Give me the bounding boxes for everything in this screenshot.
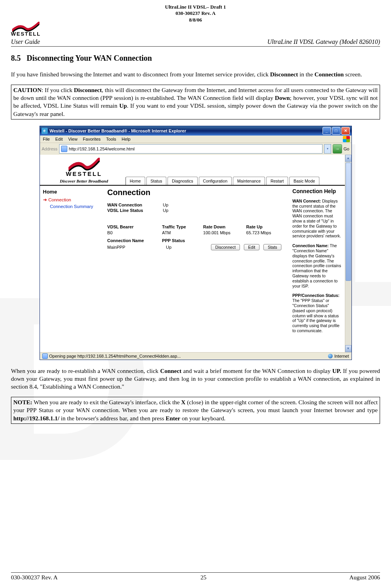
go-label: Go — [344, 147, 350, 151]
side-nav: Home ➔ Connection Connection Summary — [40, 186, 105, 340]
td-traffic: ATM — [162, 230, 203, 235]
footer-right: August 2006 — [349, 574, 380, 581]
kv-wan-label: WAN Connection — [107, 203, 154, 207]
windows-flag-icon — [343, 136, 350, 142]
address-label: Address — [42, 147, 58, 151]
tab-diagnostics[interactable]: Diagnostics — [168, 177, 197, 185]
th-conn-name: Connection Name — [107, 238, 162, 243]
address-input[interactable]: http://192.168.1.254/welcome.html — [59, 144, 323, 154]
scroll-up-button[interactable]: ▲ — [345, 155, 351, 162]
panel-title: Connection — [107, 188, 285, 197]
user-guide-label: User Guide — [11, 38, 40, 45]
model-label: UltraLine II VDSL Gateway (Model 826010) — [267, 38, 380, 45]
tab-basic-mode[interactable]: Basic Mode — [289, 177, 319, 185]
window-title: Westell - Discover Better Broadband® - M… — [50, 128, 186, 133]
doc-header: UltraLine II VDSL– Draft 1 030-300237 Re… — [11, 4, 380, 23]
menubar: File Edit View Favorites Tools Help — [40, 136, 351, 143]
td-bearer: B0 — [107, 230, 162, 235]
reconnect-paragraph: When you are ready to re-establish a WAN… — [11, 367, 380, 391]
edit-button[interactable]: Edit — [244, 244, 259, 250]
zone-label: Internet — [334, 354, 349, 358]
browser-window: e Westell - Discover Better Broadband® -… — [40, 126, 352, 360]
sidenav-heading: Home — [43, 189, 101, 195]
tab-restart[interactable]: Restart — [266, 177, 288, 185]
main-panel: Connection WAN ConnectionUp VDSL Line St… — [104, 186, 288, 340]
arrow-right-icon: ➔ — [43, 197, 47, 203]
help-panel: Connection Help WAN Connect: Displays th… — [288, 186, 344, 340]
banner-logo: WESTELL — [43, 157, 125, 177]
note-box: NOTE: When you are ready to exit the Gat… — [11, 397, 380, 424]
address-value: http://192.168.1.254/welcome.html — [69, 147, 135, 151]
stats-button[interactable]: Stats — [263, 244, 281, 250]
footer-left: 030-300237 Rev. A — [11, 574, 58, 581]
tab-home[interactable]: Home — [126, 177, 145, 185]
footer-page: 25 — [200, 574, 206, 581]
td-rate-down: 100.001 Mbps — [203, 230, 246, 235]
menu-edit[interactable]: Edit — [55, 137, 63, 141]
close-button[interactable]: ✕ — [341, 127, 350, 135]
th-traffic: Traffic Type — [162, 224, 203, 229]
tab-maintenance[interactable]: Maintenance — [233, 177, 265, 185]
disconnect-button[interactable]: Disconnect — [211, 244, 240, 250]
sidenav-current[interactable]: ➔ Connection — [43, 197, 101, 203]
th-rate-down: Rate Down — [203, 224, 246, 229]
vertical-scrollbar[interactable]: ▲ ▼ — [345, 155, 351, 352]
tab-status[interactable]: Status — [146, 177, 167, 185]
kv-vdsl-value: Up — [163, 208, 168, 213]
header-line2: 030-300237 Rev. A — [11, 10, 380, 16]
tagline: Discover Better Broadband — [43, 177, 126, 185]
td-conn-name: MainPPP — [107, 245, 162, 250]
th-bearer: VDSL Bearer — [107, 224, 162, 229]
kv-wan-value: Up — [163, 203, 168, 207]
sidenav-sub[interactable]: Connection Summary — [50, 204, 101, 209]
td-rate-up: 65.723 Mbps — [246, 230, 285, 235]
menu-view[interactable]: View — [68, 137, 77, 141]
swoosh-icon — [68, 157, 100, 172]
status-text: Opening page http://192.168.1.254/html/h… — [49, 354, 181, 358]
page-footer: 030-300237 Rev. A 25 August 2006 — [11, 572, 380, 581]
page-icon — [61, 146, 67, 152]
intro-paragraph: If you have finished browsing the Intern… — [11, 71, 380, 78]
tab-configuration[interactable]: Configuration — [199, 177, 232, 185]
ie-app-icon: e — [41, 128, 48, 134]
address-dropdown[interactable]: ▾ — [324, 144, 331, 154]
minimize-button[interactable]: _ — [323, 127, 331, 135]
th-ppp-status: PPP Status — [162, 238, 203, 243]
section-heading: 8.5 Disconnecting Your WAN Connection — [11, 54, 380, 63]
swoosh-icon — [12, 21, 40, 33]
menu-help[interactable]: Help — [122, 137, 131, 141]
nav-tabs: Home Status Diagnostics Configuration Ma… — [126, 177, 319, 185]
menu-file[interactable]: File — [43, 137, 50, 141]
menu-tools[interactable]: Tools — [106, 137, 116, 141]
internet-zone-icon — [328, 354, 333, 358]
go-button[interactable]: → — [333, 144, 342, 154]
help-title: Connection Help — [292, 188, 342, 195]
maximize-button[interactable]: □ — [332, 127, 341, 135]
kv-vdsl-label: VDSL Line Status — [107, 208, 154, 213]
scroll-down-button[interactable]: ▼ — [345, 345, 351, 352]
westell-logo: WESTELL — [11, 21, 41, 37]
address-bar: Address http://192.168.1.254/welcome.htm… — [40, 143, 351, 155]
th-rate-up: Rate Up — [246, 224, 285, 229]
scroll-thumb[interactable] — [346, 163, 351, 281]
menu-favorites[interactable]: Favorites — [83, 137, 101, 141]
status-bar: Opening page http://192.168.1.254/html/h… — [40, 352, 351, 360]
titlebar[interactable]: e Westell - Discover Better Broadband® -… — [40, 126, 351, 136]
caution-box: CAUTION: If you click Disconnect, this w… — [11, 85, 380, 119]
page-icon — [42, 353, 48, 359]
td-ppp-status: Up — [166, 245, 207, 250]
header-line1: UltraLine II VDSL– Draft 1 — [11, 4, 380, 10]
